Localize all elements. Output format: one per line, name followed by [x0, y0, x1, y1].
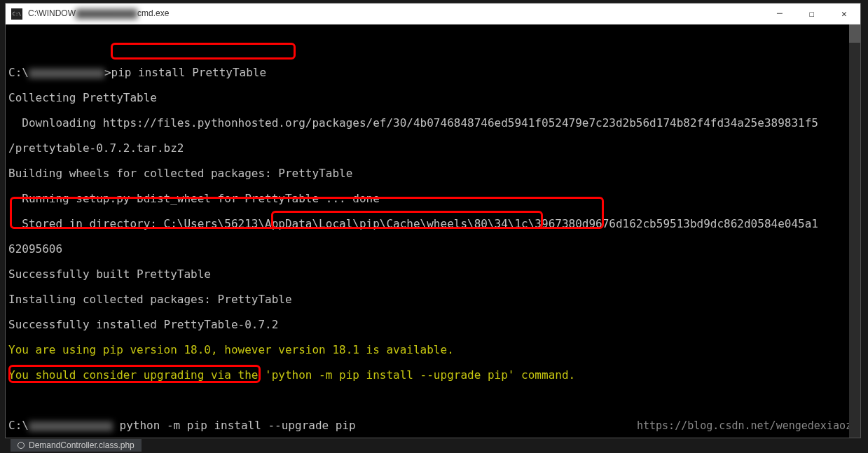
terminal-line: Running setup.py bdist_wheel for PrettyT… — [8, 193, 857, 205]
prompt-line-1: C:\XXXXXXXX>pip install PrettyTable — [8, 67, 857, 79]
watermark: https://blog.csdn.net/wengedexiaoz — [637, 419, 852, 432]
minimize-button[interactable]: ─ — [764, 4, 796, 24]
terminal-line — [8, 41, 857, 54]
terminal-line: Downloading https://files.pythonhosted.o… — [8, 117, 857, 130]
terminal-line: Stored in directory: C:\Users\56213\AppD… — [8, 218, 857, 230]
tab-label: DemandController.class.php — [29, 440, 135, 450]
window-controls: ─ ☐ ✕ — [764, 4, 860, 24]
terminal-line — [8, 394, 857, 407]
window-title: C:\WINDOWXXXXXXXXcmd.exe — [28, 8, 764, 19]
terminal-line: Collecting PrettyTable — [8, 92, 857, 104]
close-button[interactable]: ✕ — [828, 4, 860, 24]
terminal-line: /prettytable-0.7.2.tar.bz2 — [8, 142, 857, 155]
editor-tab[interactable]: DemandController.class.php — [11, 439, 142, 452]
scrollbar-thumb[interactable] — [849, 25, 860, 43]
terminal-line: Successfully installed PrettyTable-0.7.2 — [8, 319, 857, 331]
terminal-content[interactable]: C:\XXXXXXXX>pip install PrettyTable Coll… — [6, 25, 860, 438]
maximize-button[interactable]: ☐ — [796, 4, 828, 24]
titlebar[interactable]: C:\WINDOWXXXXXXXXcmd.exe ─ ☐ ✕ — [6, 4, 860, 25]
terminal-line: Successfully built PrettyTable — [8, 268, 857, 281]
pip-warning-line-2: You should consider upgrading via the 'p… — [8, 369, 857, 382]
cmd-window: C:\WINDOWXXXXXXXXcmd.exe ─ ☐ ✕ C:\XXXXXX… — [5, 3, 861, 438]
cmd-icon — [11, 8, 22, 20]
tab-status-icon — [18, 442, 25, 449]
terminal-line: Installing collected packages: PrettyTab… — [8, 293, 857, 306]
terminal-line: Building wheels for collected packages: … — [8, 167, 857, 180]
pip-warning-line-1: You are using pip version 18.0, however … — [8, 344, 857, 356]
terminal-line: 62095606 — [8, 243, 857, 256]
scrollbar[interactable] — [849, 25, 860, 438]
